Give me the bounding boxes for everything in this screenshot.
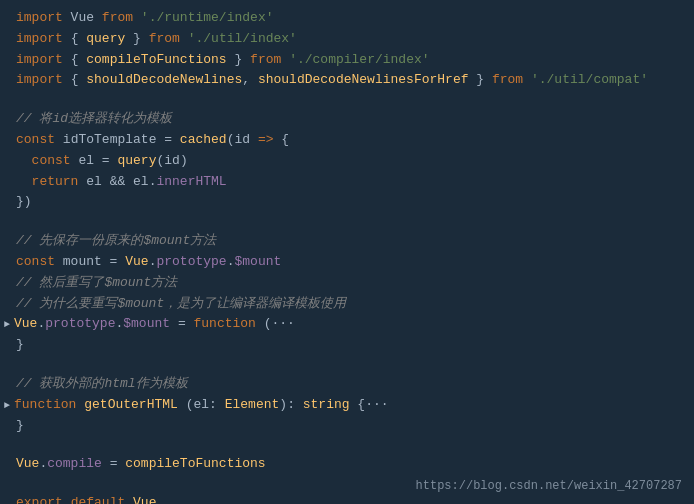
code-line-17: } [0,335,694,356]
code-line-23: Vue . compile = compileToFunctions [0,454,694,475]
empty-line-18 [0,356,694,374]
code-line-4: import { shouldDecodeNewlines , shouldDe… [0,70,694,91]
code-line-14: // 然后重写了$mount方法 [0,273,694,294]
watermark: https://blog.csdn.net/weixin_42707287 [416,477,682,496]
code-line-2: import { query } from './util/index' [0,29,694,50]
code-line-16: ► Vue . prototype . $mount = function ( … [0,314,694,335]
code-line-7: const idToTemplate = cached ( id => { [0,130,694,151]
collapse-arrow-16[interactable]: ► [4,317,10,333]
code-line-3: import { compileToFunctions } from './co… [0,50,694,71]
code-line-12: // 先保存一份原来的$mount方法 [0,231,694,252]
token-import-1: import [16,8,63,29]
collapse-arrow-20[interactable]: ► [4,398,10,414]
code-line-6: // 将id选择器转化为模板 [0,109,694,130]
code-line-15: // 为什么要重写$mount，是为了让编译器编译模板使用 [0,294,694,315]
empty-line-5 [0,91,694,109]
code-line-1: import Vue from './runtime/index' [0,8,694,29]
code-line-10: }) [0,192,694,213]
code-line-13: const mount = Vue . prototype . $mount [0,252,694,273]
code-line-21: } [0,416,694,437]
empty-line-11 [0,213,694,231]
empty-line-22 [0,436,694,454]
code-line-8: const el = query ( id ) [0,151,694,172]
code-editor: import Vue from './runtime/index' import… [0,0,694,504]
code-line-20: ► function getOuterHTML ( el : Element )… [0,395,694,416]
code-line-9: return el && el. innerHTML [0,172,694,193]
code-line-19: // 获取外部的html作为模板 [0,374,694,395]
